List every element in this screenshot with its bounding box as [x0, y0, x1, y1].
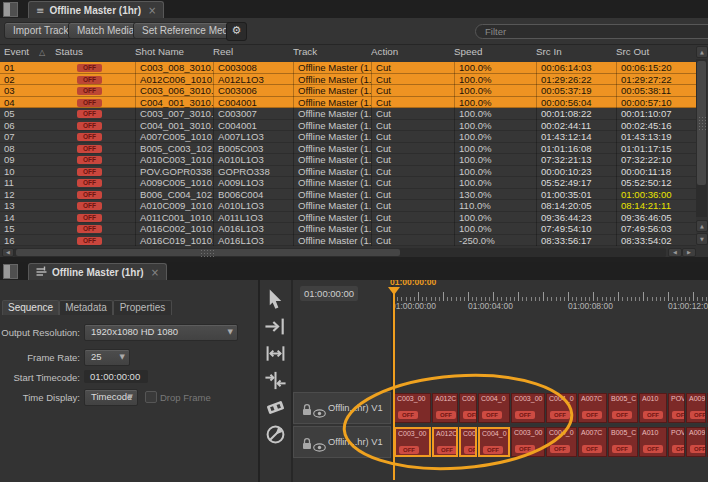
column-header-event[interactable]: Event△: [4, 46, 55, 61]
table-row[interactable]: 02 OFF A012C006_1010... A012L1O3 Offline…: [0, 74, 696, 86]
table-row[interactable]: 05 OFF C003_007_3010... C003007 Offline …: [0, 108, 696, 120]
drop-frame-checkbox[interactable]: [145, 391, 157, 403]
playhead-line[interactable]: [393, 288, 395, 480]
column-header-src-out[interactable]: Src Out: [616, 46, 696, 61]
timeline-clip[interactable]: C004_0OFF: [478, 393, 510, 423]
sort-triangle-icon[interactable]: △: [39, 48, 45, 57]
column-header-action[interactable]: Action: [371, 46, 454, 61]
timeline-clip[interactable]: POVOFF: [668, 427, 685, 457]
frame-rate-dropdown[interactable]: 25 ▼: [84, 349, 130, 366]
table-row[interactable]: 11 OFF A009C005_1010... A009L1O3 Offline…: [0, 177, 696, 189]
eye-icon[interactable]: [313, 438, 326, 456]
close-icon[interactable]: ×: [148, 5, 156, 16]
table-row[interactable]: 12 OFF B006_C004_102... B006C004 Offline…: [0, 189, 696, 201]
timeline-clip[interactable]: B005_COFF: [608, 393, 638, 423]
table-row[interactable]: 08 OFF B005_C003_102... B005C003 Offline…: [0, 143, 696, 155]
track-header[interactable]: Offlin...hr) V1: [293, 392, 391, 424]
pointer-tool-icon[interactable]: [264, 288, 287, 311]
filter-input[interactable]: [475, 24, 708, 39]
scroll-right-step-icon[interactable]: ▶: [682, 248, 696, 257]
lock-icon[interactable]: [301, 436, 313, 454]
razor-tool-icon[interactable]: [264, 396, 287, 419]
column-header-shot-name[interactable]: Shot Name: [135, 46, 213, 61]
match-media-button[interactable]: Match Media: [68, 22, 143, 39]
horizontal-scroll-thumb[interactable]: [16, 249, 400, 256]
timeline-clip[interactable]: A012COFF: [432, 393, 458, 423]
table-row[interactable]: 10 OFF POV.GOPR0338 GOPRO338 Offline Mas…: [0, 166, 696, 178]
vertical-scrollbar[interactable]: [696, 59, 707, 217]
column-header-speed[interactable]: Speed: [454, 46, 536, 61]
src-out-cell: 01:01:17:15: [616, 143, 696, 155]
timeline-clip[interactable]: C003_00OFF: [511, 393, 545, 423]
timeline-clip[interactable]: C00OFF: [459, 427, 477, 457]
timeline-clip[interactable]: C004_0OFF: [546, 427, 577, 457]
close-icon[interactable]: ×: [151, 267, 159, 278]
import-track-button[interactable]: Import Track: [4, 22, 78, 39]
output-resolution-value: 1920x1080 HD 1080: [91, 326, 178, 337]
timeline-clip[interactable]: C003_00OFF: [394, 427, 431, 457]
column-header-track[interactable]: Track: [293, 46, 371, 61]
timeline-clip[interactable]: A010OFF: [639, 393, 667, 423]
lock-icon[interactable]: [301, 402, 313, 420]
gear-icon[interactable]: ⚙: [226, 22, 247, 41]
table-row[interactable]: 06 OFF C004_001_3010... C004001 Offline …: [0, 120, 696, 132]
timeline-clip[interactable]: A009OFF: [686, 393, 706, 423]
tab-sequence[interactable]: Sequence: [2, 300, 59, 315]
tab-offline-master-bottom[interactable]: Offline Master (1hr) ×: [28, 263, 167, 281]
timeline-clip[interactable]: C003_00OFF: [394, 393, 431, 423]
tab-properties[interactable]: Properties: [113, 300, 172, 315]
vertical-scroll-thumb[interactable]: [697, 61, 706, 185]
track-cell: Offline Master (1...: [293, 108, 371, 120]
scroll-up-icon[interactable]: ▲: [696, 46, 708, 58]
scroll-up-step-icon[interactable]: ▲: [696, 220, 708, 232]
timeline-clip[interactable]: B005_COFF: [608, 427, 638, 457]
status-badge: OFF: [77, 179, 102, 187]
timeline-clip[interactable]: A007COFF: [578, 393, 607, 423]
column-header-status[interactable]: Status: [55, 46, 135, 61]
table-row[interactable]: 01 OFF C003_008_3010... C003008 Offline …: [0, 62, 696, 74]
trim-tool-icon[interactable]: [264, 342, 287, 365]
eye-icon[interactable]: [313, 404, 326, 422]
scroll-left-icon[interactable]: ◀: [2, 248, 14, 257]
speed-cell: 100.0%: [454, 74, 536, 86]
table-row[interactable]: 04 OFF C004_001_3010... C004001 Offline …: [0, 97, 696, 109]
table-row[interactable]: 03 OFF C003_006_3010... C003006 Offline …: [0, 85, 696, 97]
scroll-left-step-icon[interactable]: ◀: [668, 248, 682, 257]
timeline-ruler[interactable]: [393, 292, 708, 301]
timeline-clip[interactable]: C00OFF: [459, 393, 477, 423]
timeline-clip[interactable]: A010OFF: [639, 427, 667, 457]
output-resolution-dropdown[interactable]: 1920x1080 HD 1080 ▼: [84, 324, 238, 341]
tab-metadata[interactable]: Metadata: [59, 300, 113, 315]
tab-offline-master-top[interactable]: ≡ Offline Master (1hr) ×: [28, 1, 164, 19]
horizontal-scrollbar[interactable]: [14, 248, 666, 257]
timeline-clip[interactable]: A007COFF: [578, 427, 607, 457]
action-cell: Cut: [371, 62, 454, 74]
compass-tool-icon[interactable]: [264, 423, 287, 446]
timeline-clip[interactable]: C003_00OFF: [511, 427, 545, 457]
timeline-clip[interactable]: POVOFF: [668, 393, 685, 423]
timeline-clip[interactable]: C004_0OFF: [478, 427, 510, 457]
table-row[interactable]: 07 OFF A007C005_1010... A007L1O3 Offline…: [0, 131, 696, 143]
table-row[interactable]: 13 OFF A010C009_1010... A010L1O3 Offline…: [0, 200, 696, 212]
status-cell: OFF: [55, 166, 135, 178]
scroll-down-step-icon[interactable]: ▼: [696, 233, 708, 245]
timeline-clip[interactable]: A009OFF: [686, 427, 706, 457]
timeline-clip[interactable]: C004_0OFF: [546, 393, 577, 423]
table-row[interactable]: 16 OFF A016C019_1010... A016L1O3 Offline…: [0, 235, 696, 247]
track-header[interactable]: Offlin...hr) V1: [293, 426, 391, 458]
table-row[interactable]: 09 OFF A010C003_1010... A010L1O3 Offline…: [0, 154, 696, 166]
status-badge: OFF: [77, 156, 102, 164]
column-header-src-in[interactable]: Src In: [536, 46, 616, 61]
src-in-cell: 07:49:54:10: [536, 223, 616, 235]
current-timecode-display[interactable]: 01:00:00:00: [300, 286, 358, 301]
table-row[interactable]: 14 OFF A011C001_1010... A011L1O3 Offline…: [0, 212, 696, 224]
timeline-clip[interactable]: A012COFF: [432, 427, 458, 457]
shot-name-cell: C004_001_3010...: [135, 97, 213, 109]
table-row[interactable]: 15 OFF A016C002_1010... A016L1O3 Offline…: [0, 223, 696, 235]
start-timecode-field[interactable]: 01:00:00:00: [84, 370, 148, 383]
slide-tool-icon[interactable]: [264, 369, 287, 392]
clip-status-badge: OFF: [643, 445, 663, 453]
insert-arrow-tool-icon[interactable]: [264, 315, 287, 338]
time-display-dropdown[interactable]: Timecode ▼: [84, 389, 138, 406]
column-header-reel[interactable]: Reel: [213, 46, 293, 61]
